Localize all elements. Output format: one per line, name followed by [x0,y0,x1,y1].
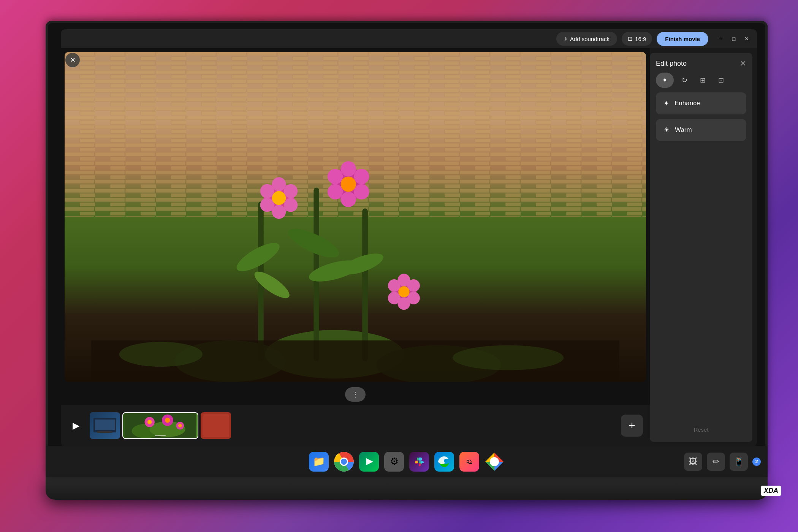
laptop-screen: ♪ Add soundtrack ⊡ 16:9 Finish movie ─ □… [46,21,768,477]
add-icon: + [629,419,635,432]
more-options-button[interactable]: ⋮ [345,387,366,402]
panel-header: Edit photo ✕ [656,59,746,68]
video-area: ✕ [61,48,650,446]
laptop-base [46,477,768,500]
add-soundtrack-button[interactable]: ♪ Add soundtrack [556,32,617,46]
svg-point-35 [388,291,401,304]
window-controls: ─ □ ✕ [716,34,752,44]
xda-watermark: XDA [761,486,781,496]
clip-garden-selected[interactable] [122,412,198,439]
add-clip-button[interactable]: + [621,415,643,437]
play-icon: ▶ [73,420,79,431]
svg-point-37 [398,286,409,297]
timeline-area: ▶ [61,405,650,446]
svg-rect-59 [419,458,422,461]
tab-crop[interactable]: ⊡ [713,73,728,88]
play-button[interactable]: ▶ [68,417,84,434]
aspect-icon: ⊡ [628,35,633,42]
warm-button[interactable]: ☀ Warm [656,119,746,141]
svg-rect-42 [95,420,115,430]
svg-point-66 [491,459,497,465]
video-preview [65,52,646,382]
svg-point-52 [178,424,182,427]
svg-point-40 [453,345,564,370]
taskbar-icon-tablet[interactable]: 📱 [730,453,748,471]
svg-point-28 [328,169,343,184]
taskbar-icon-settings[interactable]: ⚙ [384,452,404,472]
xda-logo: XDA [761,486,781,496]
toolbar-area: ♪ Add soundtrack ⊡ 16:9 Finish movie [66,32,708,46]
enhance-label: Enhance [674,100,700,107]
taskbar-icon-edge[interactable] [434,452,454,472]
taskbar-icon-chrome[interactable] [334,452,354,472]
tab-adjust[interactable]: ⊞ [695,73,710,88]
taskbar-icon-photos-app[interactable]: 🖼 [684,453,702,471]
panel-title: Edit photo [656,60,687,68]
enhance-button[interactable]: ✦ Enhance [656,92,746,114]
aspect-label: 16:9 [635,36,646,42]
close-video-button[interactable]: ✕ [65,53,80,67]
svg-rect-8 [362,208,368,361]
warm-label: Warm [675,126,692,134]
aspect-ratio-button[interactable]: ⊡ 16:9 [622,32,652,46]
notification-count-badge: 2 [752,458,761,466]
svg-point-20 [260,184,274,198]
tab-enhance[interactable]: ✦ [656,73,674,88]
svg-point-16 [284,184,298,198]
svg-rect-43 [97,431,112,433]
svg-point-25 [354,184,369,199]
svg-point-26 [341,192,356,207]
svg-rect-54 [203,414,229,437]
svg-rect-64 [417,458,419,461]
svg-point-39 [119,342,203,367]
svg-point-18 [272,205,286,219]
taskbar: 📁 ⚙ [46,446,768,477]
minimize-button[interactable]: ─ [716,34,726,44]
taskbar-icon-play[interactable] [359,452,379,472]
soundtrack-label: Add soundtrack [570,36,610,42]
title-bar: ♪ Add soundtrack ⊡ 16:9 Finish movie ─ □… [61,29,757,48]
reset-button[interactable]: Reset [656,423,746,436]
svg-point-57 [341,459,347,465]
svg-point-32 [407,279,420,292]
svg-point-50 [147,420,152,424]
edit-tabs: ✦ ↻ ⊞ ⊡ [656,73,746,88]
enhance-icon: ✦ [663,99,669,108]
taskbar-right-area: 🖼 ✏ 📱 2 [684,453,761,471]
edit-panel: Edit photo ✕ ✦ ↻ ⊞ ⊡ ✦ Enhance [650,53,752,442]
svg-point-12 [251,267,293,302]
svg-point-24 [354,169,369,184]
svg-point-29 [341,176,356,192]
svg-point-27 [328,184,343,199]
close-window-button[interactable]: ✕ [742,34,752,44]
plants [65,118,646,382]
taskbar-icon-shop[interactable]: 🛍 [459,452,479,472]
timeline-clips [90,411,616,440]
taskbar-icon-files[interactable]: 📁 [309,452,329,472]
maximize-button[interactable]: □ [729,34,739,44]
svg-point-21 [272,191,286,205]
app-window: ♪ Add soundtrack ⊡ 16:9 Finish movie ─ □… [61,29,757,446]
svg-point-23 [341,161,356,176]
svg-point-36 [388,279,401,292]
more-options-area: ⋮ [61,382,650,405]
panel-close-button[interactable]: ✕ [740,59,746,68]
dots-icon: ⋮ [352,390,359,399]
music-icon: ♪ [564,35,567,42]
svg-rect-61 [415,461,418,463]
svg-point-15 [272,177,286,191]
svg-point-19 [260,198,274,212]
svg-point-51 [165,418,170,423]
taskbar-icon-pen[interactable]: ✏ [707,453,725,471]
finish-label: Finish movie [665,36,700,42]
clip-laptop[interactable] [90,412,120,439]
garden-bg [65,52,646,382]
taskbar-icon-photos[interactable] [484,452,504,472]
tab-rotate[interactable]: ↻ [677,73,692,88]
svg-rect-62 [419,463,421,466]
clip-red[interactable] [201,412,231,439]
sparkle-icon: ✦ [662,76,668,84]
finish-movie-button[interactable]: Finish movie [657,32,708,46]
taskbar-icon-slack[interactable] [409,452,429,472]
svg-point-17 [284,198,298,212]
